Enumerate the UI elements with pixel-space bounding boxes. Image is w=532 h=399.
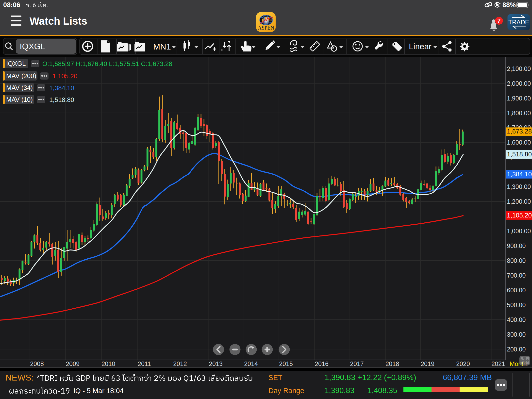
svg-text:1,000.00: 1,000.00 [507, 228, 531, 234]
svg-text:SET: SET [268, 374, 283, 382]
svg-text:1,673.28: 1,673.28 [507, 128, 532, 135]
svg-text:1,390.83 +12.22 (+0.89%): 1,390.83 +12.22 (+0.89%) [325, 373, 416, 382]
svg-text:2013: 2013 [209, 360, 223, 367]
svg-text:MN1: MN1 [153, 42, 171, 51]
svg-text:2017: 2017 [350, 360, 364, 367]
svg-text:NEWS:: NEWS: [5, 373, 34, 382]
svg-text:IQ - 5 Mar 18:04: IQ - 5 Mar 18:04 [73, 387, 124, 395]
svg-text:2020: 2020 [456, 360, 470, 367]
svg-text:800.00: 800.00 [507, 257, 526, 264]
svg-text:MAV (200): MAV (200) [6, 72, 36, 80]
svg-text:1,518.80: 1,518.80 [49, 96, 74, 103]
svg-text:2014: 2014 [244, 360, 258, 367]
svg-text:TRADE: TRADE [508, 19, 529, 26]
svg-text:Linear: Linear [409, 42, 432, 51]
svg-text:200.00: 200.00 [507, 346, 526, 353]
svg-text:2011: 2011 [138, 360, 151, 367]
svg-text:1,300.00: 1,300.00 [507, 183, 531, 190]
svg-text:1,384.10: 1,384.10 [49, 84, 74, 92]
svg-text:-: - [358, 386, 361, 395]
svg-text:2019: 2019 [421, 360, 434, 367]
svg-text:88%: 88% [502, 1, 516, 9]
svg-text:IQXGL: IQXGL [6, 60, 26, 67]
svg-text:2012: 2012 [173, 360, 187, 367]
svg-text:MAV (10): MAV (10) [6, 96, 33, 103]
svg-text:2,000.00: 2,000.00 [507, 80, 531, 87]
svg-text:2021: 2021 [491, 360, 505, 367]
svg-text:MAV (34): MAV (34) [6, 84, 33, 91]
svg-text:1,105.20: 1,105.20 [52, 72, 77, 80]
svg-text:500.00: 500.00 [507, 301, 526, 308]
svg-text:IQXGL: IQXGL [20, 42, 45, 51]
svg-text:2016: 2016 [315, 360, 329, 367]
svg-text:900.00: 900.00 [507, 242, 526, 249]
svg-text:2008: 2008 [30, 360, 44, 367]
svg-text:400.00: 400.00 [507, 316, 526, 323]
svg-text:Day Range: Day Range [268, 387, 304, 395]
svg-text:2018: 2018 [385, 360, 399, 367]
svg-text:600.00: 600.00 [507, 287, 526, 294]
svg-text:O:1,585.97 H:1,676.40 L:1,575.: O:1,585.97 H:1,676.40 L:1,575.51 C:1,673… [42, 60, 172, 67]
svg-text:ASPEN: ASPEN [258, 25, 274, 31]
svg-text:7: 7 [497, 17, 500, 24]
svg-text:1,390.83: 1,390.83 [325, 386, 354, 395]
svg-text:2010: 2010 [101, 360, 115, 367]
svg-text:1,384.10: 1,384.10 [507, 170, 532, 178]
svg-text:300.00: 300.00 [507, 331, 526, 338]
svg-text:700.00: 700.00 [507, 272, 526, 279]
svg-text:08:06: 08:06 [3, 1, 20, 9]
svg-text:2,100.00: 2,100.00 [507, 65, 531, 72]
svg-text:66,807.39 MB: 66,807.39 MB [443, 373, 492, 382]
svg-text:1,408.35: 1,408.35 [367, 386, 397, 395]
svg-text:1,800.00: 1,800.00 [507, 110, 531, 116]
svg-text:2009: 2009 [66, 360, 80, 367]
svg-text:1,900.00: 1,900.00 [507, 95, 531, 102]
svg-text:1,518.80: 1,518.80 [507, 150, 532, 158]
svg-text:1,600.00: 1,600.00 [507, 139, 531, 146]
svg-text:Watch Lists: Watch Lists [30, 15, 87, 27]
svg-text:1,200.00: 1,200.00 [507, 198, 531, 205]
svg-text:2015: 2015 [279, 360, 293, 367]
svg-text:1,105.20: 1,105.20 [507, 212, 532, 219]
